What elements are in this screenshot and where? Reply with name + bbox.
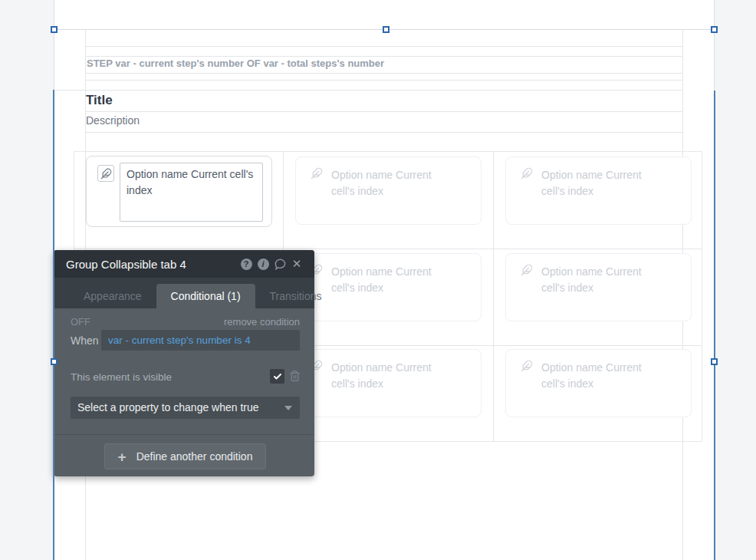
option-text: Option name Current cell's index <box>331 264 454 296</box>
panel-tab-strip: Appearance Conditional (1) Transitions <box>54 278 314 308</box>
option-cell-ghost[interactable]: Option name Current cell's index <box>505 156 692 225</box>
option-cell-ghost[interactable]: Option name Current cell's index <box>505 253 692 321</box>
help-icon[interactable]: ? <box>238 259 255 270</box>
info-icon[interactable]: i <box>255 259 271 270</box>
description-text[interactable]: Description <box>86 114 140 127</box>
panel-header[interactable]: Group Collapsible tab 4 ? i ✕ <box>54 250 314 278</box>
condition-expression-input[interactable]: var - current step's number is 4 <box>101 330 300 351</box>
selection-handle[interactable] <box>711 358 718 365</box>
selection-handle[interactable] <box>51 358 58 365</box>
option-cell-ghost[interactable]: Option name Current cell's index <box>505 349 692 417</box>
option-text: Option name Current cell's index <box>541 167 664 199</box>
guide-line <box>85 73 682 74</box>
repeating-group-row-divider <box>74 249 702 249</box>
option-text: Option name Current cell's index <box>331 167 454 199</box>
panel-footer: + Define another condition <box>54 434 314 476</box>
define-another-condition-button[interactable]: + Define another condition <box>104 443 266 469</box>
property-editor-panel[interactable]: Group Collapsible tab 4 ? i ✕ Appearance… <box>54 250 314 476</box>
option-cell[interactable]: Option name Current cell's index <box>86 156 272 227</box>
selection-edge-right[interactable] <box>714 91 715 560</box>
option-text: Option name Current cell's index <box>331 360 454 392</box>
selection-handle[interactable] <box>383 26 390 33</box>
quill-icon[interactable] <box>97 165 114 182</box>
element-visible-label: This element is visible <box>71 371 172 383</box>
repeating-group-column-divider <box>493 151 494 442</box>
tab-appearance[interactable]: Appearance <box>69 284 156 308</box>
quill-icon <box>311 167 323 183</box>
condition-off-label: OFF <box>71 316 90 328</box>
guide-line <box>714 0 715 91</box>
when-label: When <box>71 334 99 347</box>
selection-handle[interactable] <box>711 26 718 33</box>
close-icon[interactable]: ✕ <box>288 257 305 271</box>
option-cell-ghost[interactable]: Option name Current cell's index <box>295 156 482 225</box>
guide-line <box>85 80 682 81</box>
delete-property-icon[interactable] <box>289 370 301 385</box>
selection-edge-left[interactable] <box>53 90 54 560</box>
tab-conditional[interactable]: Conditional (1) <box>156 284 255 308</box>
quill-icon <box>521 264 533 279</box>
panel-body: OFF remove condition When var - current … <box>54 308 314 434</box>
property-select-dropdown[interactable]: Select a property to change when true <box>71 397 300 419</box>
guide-line <box>54 0 54 90</box>
guide-line <box>85 56 682 57</box>
option-cell-ghost[interactable]: Option name Current cell's index <box>295 349 482 417</box>
guide-line <box>54 90 682 91</box>
remove-condition-link[interactable]: remove condition <box>224 316 300 328</box>
guide-line <box>85 132 682 133</box>
define-button-label: Define another condition <box>136 450 253 463</box>
step-indicator-text[interactable]: STEP var - current step's number OF var … <box>87 58 547 69</box>
chevron-down-icon <box>284 406 292 410</box>
plus-icon: + <box>118 450 127 464</box>
option-text: Option name Current cell's index <box>541 360 664 392</box>
panel-title: Group Collapsible tab 4 <box>66 258 238 271</box>
option-text-element[interactable]: Option name Current cell's index <box>120 163 263 222</box>
visible-checkbox[interactable] <box>270 369 284 384</box>
comment-icon[interactable] <box>271 259 288 270</box>
option-text: Option name Current cell's index <box>541 264 664 296</box>
property-select-placeholder: Select a property to change when true <box>77 401 259 413</box>
guide-line <box>85 46 682 47</box>
quill-icon <box>521 167 533 183</box>
quill-icon <box>521 360 533 375</box>
title-text[interactable]: Title <box>86 93 113 108</box>
guide-line <box>85 111 682 112</box>
selection-handle[interactable] <box>51 26 58 33</box>
tab-transitions[interactable]: Transitions <box>255 284 337 308</box>
